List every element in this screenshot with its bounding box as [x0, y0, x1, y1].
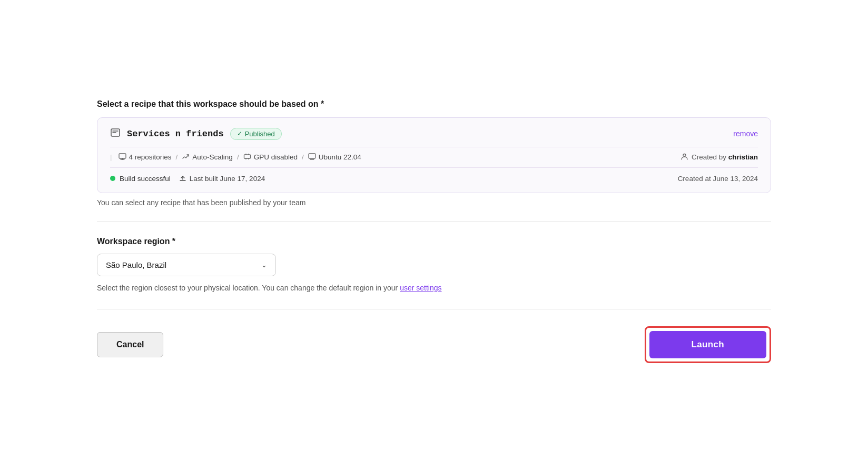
- recipe-footer: Build successful Last built June 17, 202…: [110, 174, 758, 183]
- region-section-label: Workspace region *: [97, 237, 771, 246]
- os-item: Ubuntu 22.04: [308, 153, 361, 162]
- region-helper-text: Select the region closest to your physic…: [97, 284, 771, 292]
- main-container: Select a recipe that this workspace shou…: [65, 78, 803, 384]
- recipe-icon: [110, 127, 121, 140]
- launch-button-highlight: Launch: [645, 326, 772, 363]
- divider-1: [97, 222, 771, 222]
- last-built: Last built June 17, 2024: [179, 174, 265, 183]
- upload-icon: [179, 174, 186, 183]
- person-icon: [680, 153, 688, 162]
- meta-items: | 4 repositories / Auto-Scaling /: [110, 153, 361, 162]
- sep1: /: [176, 153, 178, 161]
- launch-button[interactable]: Launch: [649, 331, 767, 358]
- recipe-meta: | 4 repositories / Auto-Scaling /: [110, 147, 758, 168]
- remove-link[interactable]: remove: [733, 129, 758, 138]
- os-icon: [308, 153, 316, 162]
- divider-2: [97, 309, 771, 309]
- created-by-user: christian: [728, 153, 758, 161]
- created-by: Created by christian: [680, 153, 758, 162]
- sep3: /: [302, 153, 304, 161]
- check-icon: ✓: [237, 130, 242, 137]
- chevron-down-icon: ⌄: [261, 261, 267, 269]
- repositories-item: 4 repositories: [119, 153, 172, 162]
- svg-rect-1: [119, 154, 126, 158]
- sep2: /: [237, 153, 239, 161]
- recipe-header: Services n friends ✓ Published remove: [110, 127, 758, 140]
- gpu-icon: [243, 153, 251, 162]
- actions-row: Cancel Launch: [97, 326, 771, 363]
- cancel-button[interactable]: Cancel: [97, 332, 163, 357]
- monitor-icon: [119, 153, 126, 162]
- gpu-item: GPU disabled: [243, 153, 298, 162]
- region-value: São Paulo, Brazil: [106, 260, 166, 269]
- svg-rect-2: [244, 155, 250, 158]
- created-by-label: Created by christian: [692, 153, 758, 161]
- build-status-group: Build successful Last built June 17, 202…: [110, 174, 265, 183]
- build-status: Build successful: [110, 175, 171, 183]
- user-settings-link[interactable]: user settings: [400, 284, 441, 292]
- build-success-dot: [110, 176, 115, 181]
- created-at: Created at June 13, 2024: [678, 175, 758, 183]
- recipe-name: Services n friends: [127, 129, 224, 139]
- recipe-helper-text: You can select any recipe that has been …: [97, 198, 771, 207]
- published-badge: ✓ Published: [230, 128, 282, 140]
- svg-rect-3: [309, 154, 315, 158]
- recipe-title-group: Services n friends ✓ Published: [110, 127, 282, 140]
- recipe-section-label: Select a recipe that this workspace shou…: [97, 99, 771, 109]
- svg-point-4: [683, 154, 686, 156]
- autoscaling-item: Auto-Scaling: [182, 153, 233, 162]
- recipe-card: Services n friends ✓ Published remove | …: [97, 117, 771, 193]
- autoscaling-icon: [182, 153, 190, 162]
- region-select[interactable]: São Paulo, Brazil ⌄: [97, 254, 276, 276]
